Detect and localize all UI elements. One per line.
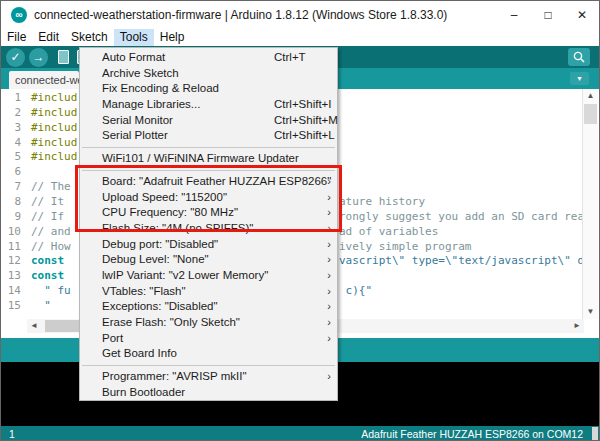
code-fragment: const <box>31 269 71 282</box>
menu-item-label: Auto Format <box>102 51 165 63</box>
menubar-item-help[interactable]: Help <box>154 29 191 46</box>
line-number: 5 <box>1 150 21 163</box>
line-number: 11 <box>1 240 21 253</box>
line-number: 14 <box>1 284 21 297</box>
menu-item-label: Programmer: "AVRISP mkII" <box>102 370 247 382</box>
menu-item-shortcut: Ctrl+Shift+L <box>274 128 335 144</box>
submenu-arrow-icon: › <box>327 252 331 268</box>
tools-menu-item[interactable]: Debug port: "Disabled"› <box>80 237 337 253</box>
code-fragment: " fu <box>31 284 71 297</box>
window-title: connected-weatherstation-firmware | Ardu… <box>34 8 447 22</box>
menubar-item-tools[interactable]: Tools <box>114 29 154 46</box>
menu-separator <box>82 365 335 366</box>
tools-menu-item[interactable]: Erase Flash: "Only Sketch"› <box>80 315 337 331</box>
menu-item-label: lwIP Variant: "v2 Lower Memory" <box>102 269 268 281</box>
scroll-right-icon[interactable]: ► <box>570 319 584 333</box>
line-number: 10 <box>1 225 21 238</box>
scroll-up-icon[interactable]: ▲ <box>583 89 598 103</box>
highlight-box <box>75 165 342 232</box>
maximize-button[interactable]: □ <box>531 1 565 29</box>
submenu-arrow-icon: › <box>327 268 331 284</box>
menu-item-label: Burn Bootloader <box>102 386 185 398</box>
menu-item-shortcut: Ctrl+Shift+M <box>274 113 338 129</box>
menu-item-shortcut: Ctrl+Shift+I <box>274 97 332 113</box>
tab-menu-button[interactable]: ▼ <box>570 72 589 85</box>
code-fragment: rongly suggest you add an SD card read <box>339 210 584 223</box>
menubar-item-file[interactable]: File <box>1 29 32 46</box>
tools-menu-item[interactable]: Archive Sketch <box>80 66 337 82</box>
board-port-status: Adafruit Feather HUZZAH ESP8266 on COM12 <box>361 428 583 440</box>
line-number: 13 <box>1 269 21 282</box>
magnifier-icon <box>572 50 586 64</box>
scroll-down-icon[interactable]: ▼ <box>583 305 598 319</box>
serial-monitor-button[interactable] <box>568 48 590 66</box>
tools-menu-item[interactable]: Serial PlotterCtrl+Shift+L <box>80 128 337 144</box>
menu-item-shortcut: Ctrl+T <box>274 50 306 66</box>
tools-menu-item[interactable]: Debug Level: "None"› <box>80 252 337 268</box>
menu-item-label: Debug Level: "None" <box>102 253 209 265</box>
tools-menu-item[interactable]: Fix Encoding & Reload <box>80 81 337 97</box>
menu-item-label: Erase Flash: "Only Sketch" <box>102 316 240 328</box>
code-fragment: " <box>31 299 51 312</box>
submenu-arrow-icon: › <box>327 315 331 331</box>
menu-item-label: Archive Sketch <box>102 67 179 79</box>
code-fragment: #includ <box>31 150 77 163</box>
vertical-scroll-thumb[interactable] <box>584 104 597 124</box>
code-fragment: #includ <box>31 106 77 119</box>
close-button[interactable]: ✕ <box>565 1 599 29</box>
menu-bar: FileEditSketchToolsHelp <box>1 29 599 46</box>
menu-item-label: Serial Monitor <box>102 114 173 126</box>
menu-item-label: Manage Libraries... <box>102 98 200 110</box>
menu-item-label: Get Board Info <box>102 347 177 359</box>
submenu-arrow-icon: › <box>327 331 331 347</box>
submenu-arrow-icon: › <box>327 237 331 253</box>
line-number: 3 <box>1 121 21 134</box>
cursor-line-number: 1 <box>9 428 15 440</box>
tools-menu-item[interactable]: Exceptions: "Disabled"› <box>80 299 337 315</box>
tools-menu-item[interactable]: lwIP Variant: "v2 Lower Memory"› <box>80 268 337 284</box>
vertical-scrollbar[interactable]: ▲ ▼ <box>582 89 598 319</box>
arduino-logo-icon: ∞ <box>11 7 27 23</box>
code-fragment: vascript\" type=\"text/javascript\" de <box>339 254 584 267</box>
arduino-ide-window: ∞ connected-weatherstation-firmware | Ar… <box>0 0 600 441</box>
code-fragment: // If <box>31 210 71 223</box>
tools-menu-item[interactable]: Get Board Info <box>80 346 337 362</box>
code-fragment: // How <box>31 240 71 253</box>
verify-button[interactable]: ✓ <box>6 48 25 67</box>
line-number: 12 <box>1 254 21 267</box>
status-bar: 1 Adafruit Feather HUZZAH ESP8266 on COM… <box>1 426 599 441</box>
tools-menu-item[interactable]: Burn Bootloader <box>80 385 337 401</box>
menu-item-label: Port <box>102 332 123 344</box>
submenu-arrow-icon: › <box>327 284 331 300</box>
menu-item-label: Debug port: "Disabled" <box>102 238 218 250</box>
code-fragment: ature history <box>339 195 425 208</box>
line-number: 8 <box>1 195 21 208</box>
tools-menu-item[interactable]: Programmer: "AVRISP mkII"› <box>80 369 337 385</box>
menubar-item-sketch[interactable]: Sketch <box>65 29 114 46</box>
title-bar: ∞ connected-weatherstation-firmware | Ar… <box>1 1 599 29</box>
code-fragment: ively simple program <box>339 240 471 253</box>
upload-button[interactable]: → <box>29 48 48 67</box>
scroll-left-icon[interactable]: ◄ <box>27 319 41 333</box>
tab-connected-weatherstation[interactable]: connected-wea <box>9 71 79 89</box>
menu-item-label: Exceptions: "Disabled" <box>102 300 218 312</box>
tools-menu-item[interactable]: Serial MonitorCtrl+Shift+M <box>80 113 337 129</box>
line-number: 6 <box>1 165 21 178</box>
tools-menu-item[interactable]: VTables: "Flash"› <box>80 284 337 300</box>
code-fragment: #includ <box>31 91 77 104</box>
menu-item-label: WiFi101 / WiFiNINA Firmware Updater <box>102 152 299 164</box>
code-fragment: // It <box>31 195 71 208</box>
new-sketch-button[interactable] <box>54 48 73 67</box>
submenu-arrow-icon: › <box>327 299 331 315</box>
submenu-arrow-icon: › <box>327 369 331 385</box>
code-fragment: ad of variables <box>339 225 438 238</box>
minimize-button[interactable]: – <box>497 1 531 29</box>
line-number: 1 <box>1 91 21 104</box>
line-number: 15 <box>1 299 21 312</box>
tools-menu-item[interactable]: Port› <box>80 331 337 347</box>
tools-menu-item[interactable]: Auto FormatCtrl+T <box>80 50 337 66</box>
resize-grip[interactable] <box>592 427 598 441</box>
menubar-item-edit[interactable]: Edit <box>32 29 65 46</box>
tools-menu-item[interactable]: Manage Libraries...Ctrl+Shift+I <box>80 97 337 113</box>
line-number: 7 <box>1 180 21 193</box>
